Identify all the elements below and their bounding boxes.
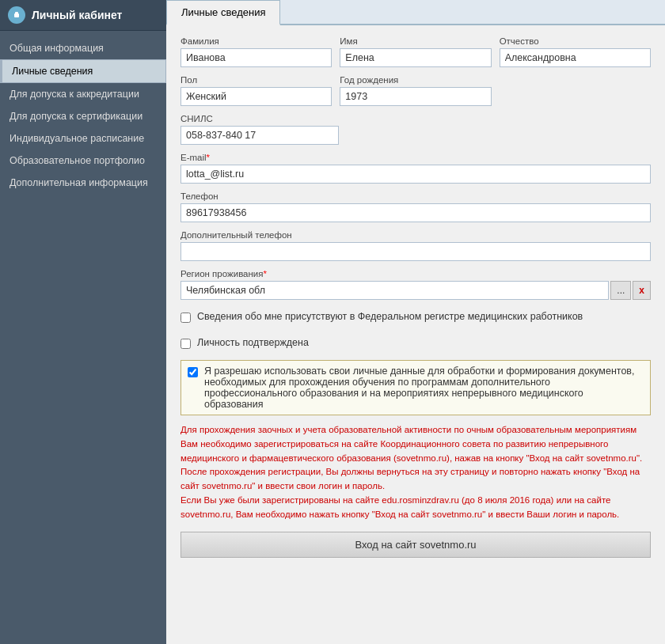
- sidebar-item-general-info[interactable]: Общая информация: [0, 37, 166, 59]
- registry-checkbox[interactable]: [180, 313, 191, 323]
- info-text: Для прохождения заочных и учета образова…: [180, 423, 651, 522]
- phone-group: Телефон: [180, 191, 651, 222]
- middle-name-group: Отчество: [500, 36, 651, 67]
- region-input[interactable]: [180, 281, 609, 300]
- gender-group: Пол: [180, 75, 332, 106]
- email-row: E-mail*: [180, 153, 651, 184]
- main-content: Личные сведения Фамилия Имя Отчество: [166, 0, 665, 644]
- region-label: Регион проживания*: [180, 269, 651, 278]
- first-name-input[interactable]: [340, 48, 491, 67]
- snils-row: СНИЛС: [180, 114, 651, 145]
- middle-name-label: Отчество: [500, 36, 651, 46]
- first-name-group: Имя: [340, 36, 491, 67]
- consent-label: Я разрешаю использовать свои личные данн…: [204, 366, 644, 410]
- consent-checkbox[interactable]: [188, 367, 198, 377]
- region-group: Регион проживания* ... x: [180, 269, 651, 300]
- consent-checkbox-row: Я разрешаю использовать свои личные данн…: [180, 360, 651, 415]
- extra-phone-group: Дополнительный телефон: [180, 230, 651, 261]
- sidebar-title: Личный кабинет: [32, 9, 122, 21]
- sidebar-item-extra-info[interactable]: Дополнительная информация: [0, 172, 166, 194]
- registry-label: Сведения обо мне присутствуют в Федераль…: [197, 311, 583, 322]
- sidebar-item-portfolio[interactable]: Образовательное портфолио: [0, 150, 166, 172]
- gender-label: Пол: [180, 75, 332, 85]
- registry-checkbox-row: Сведения обо мне присутствуют в Федераль…: [180, 308, 651, 326]
- phone-label: Телефон: [180, 191, 651, 201]
- birth-year-label: Год рождения: [340, 75, 491, 85]
- extra-phone-row: Дополнительный телефон: [180, 230, 651, 261]
- extra-phone-label: Дополнительный телефон: [180, 230, 651, 240]
- snils-group: СНИЛС: [180, 114, 339, 145]
- gender-birth-row: Пол Год рождения: [180, 75, 651, 106]
- region-close-button[interactable]: x: [633, 281, 651, 300]
- first-name-label: Имя: [340, 36, 491, 46]
- email-input[interactable]: [180, 165, 651, 184]
- last-name-input[interactable]: [180, 48, 332, 67]
- sidebar-item-accreditation[interactable]: Для допуска к аккредитации: [0, 83, 166, 105]
- gender-input[interactable]: [180, 87, 332, 106]
- phone-input[interactable]: [180, 203, 651, 222]
- region-dots-button[interactable]: ...: [610, 281, 631, 300]
- cabinet-icon: [8, 6, 25, 24]
- sidebar-item-personal-info[interactable]: Личные сведения: [0, 59, 166, 83]
- svg-rect-2: [15, 12, 18, 14]
- form-area: Фамилия Имя Отчество Пол: [166, 25, 665, 644]
- sidebar-nav: Общая информация Личные сведения Для доп…: [0, 31, 166, 194]
- last-name-label: Фамилия: [180, 36, 332, 46]
- email-label: E-mail*: [180, 153, 651, 162]
- identity-checkbox[interactable]: [180, 339, 191, 349]
- identity-checkbox-row: Личность подтверждена: [180, 334, 651, 352]
- birth-year-input[interactable]: [340, 87, 491, 106]
- identity-label: Личность подтверждена: [197, 337, 309, 348]
- sidebar-header: Личный кабинет: [0, 0, 166, 31]
- email-group: E-mail*: [180, 153, 651, 184]
- name-row: Фамилия Имя Отчество: [180, 36, 651, 67]
- region-input-group: ... x: [180, 281, 651, 300]
- tab-personal-info[interactable]: Личные сведения: [166, 0, 280, 25]
- tab-bar: Личные сведения: [166, 0, 665, 25]
- last-name-group: Фамилия: [180, 36, 332, 67]
- sovetnmo-button[interactable]: Вход на сайт sovetnmo.ru: [180, 532, 651, 558]
- extra-phone-input[interactable]: [180, 242, 651, 261]
- sidebar-item-certification[interactable]: Для допуска к сертификации: [0, 105, 166, 127]
- sidebar-item-schedule[interactable]: Индивидуальное расписание: [0, 127, 166, 150]
- region-row: Регион проживания* ... x: [180, 269, 651, 300]
- middle-name-input[interactable]: [500, 48, 651, 67]
- snils-input[interactable]: [180, 126, 339, 145]
- phone-row: Телефон: [180, 191, 651, 222]
- sidebar: Личный кабинет Общая информация Личные с…: [0, 0, 166, 644]
- snils-label: СНИЛС: [180, 114, 339, 123]
- birth-year-group: Год рождения: [340, 75, 491, 106]
